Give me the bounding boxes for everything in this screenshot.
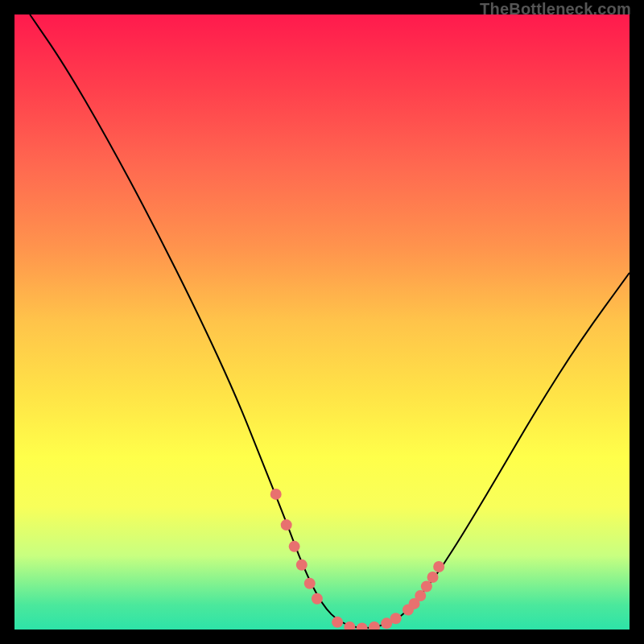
watermark-text: TheBottleneck.com bbox=[480, 0, 631, 19]
highlight-point bbox=[344, 621, 355, 630]
highlight-point bbox=[270, 489, 282, 500]
highlight-point bbox=[312, 593, 323, 605]
highlight-point bbox=[427, 572, 439, 583]
chart-svg bbox=[14, 14, 630, 630]
chart-plot-area bbox=[14, 14, 630, 630]
highlight-point bbox=[433, 561, 444, 572]
chart-highlight-points bbox=[270, 489, 444, 630]
chart-curve bbox=[30, 14, 630, 628]
highlight-point bbox=[296, 559, 308, 571]
highlight-point bbox=[289, 541, 300, 552]
highlight-point bbox=[421, 581, 432, 592]
chart-frame: TheBottleneck.com bbox=[0, 0, 644, 644]
highlight-point bbox=[390, 613, 402, 624]
highlight-point bbox=[357, 622, 368, 630]
bottleneck-curve bbox=[30, 14, 630, 628]
highlight-point bbox=[304, 578, 316, 589]
highlight-point bbox=[415, 590, 426, 601]
highlight-point bbox=[369, 621, 380, 630]
highlight-point bbox=[332, 617, 343, 628]
highlight-point bbox=[281, 519, 292, 530]
